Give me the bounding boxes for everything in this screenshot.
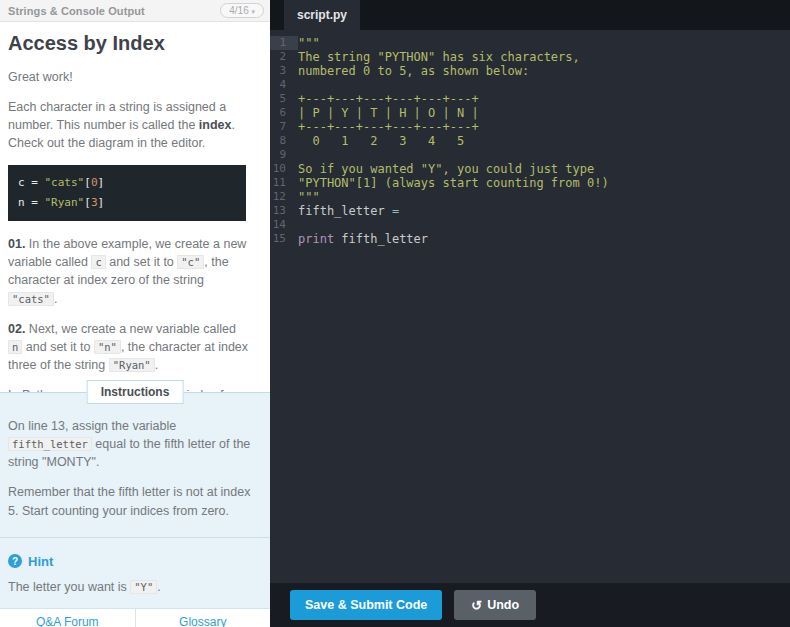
qa-forum-link[interactable]: Q&A Forum: [0, 609, 136, 627]
lesson-paragraph: Great work!: [8, 68, 252, 86]
code-line-text: The string "PYTHON" has six characters,: [298, 50, 580, 64]
chevron-down-icon: ▾: [251, 8, 255, 15]
code-line: 5+---+---+---+---+---+---+: [270, 92, 790, 106]
code-block-line: n = "Ryan"[3]: [18, 193, 236, 213]
tab-script-py[interactable]: script.py: [284, 0, 360, 30]
code-line: 12""": [270, 190, 790, 204]
code-line-text: "PYTHON"[1] (always start counting from …: [298, 176, 609, 190]
code-editor[interactable]: 1"""2The string "PYTHON" has six charact…: [270, 30, 790, 583]
lesson-panel: Strings & Console Output 4/16 ▾ Access b…: [0, 0, 270, 627]
lesson-paragraph: 02. Next, we create a new variable calle…: [8, 320, 252, 374]
line-number: 7: [270, 120, 298, 134]
hint-text: The letter you want is "Y".: [8, 578, 254, 596]
code-line: 11"PYTHON"[1] (always start counting fro…: [270, 176, 790, 190]
code-line-text: numbered 0 to 5, as shown below:: [298, 64, 529, 78]
line-number: 12: [270, 190, 298, 204]
code-line: 1""": [270, 36, 790, 50]
line-number: 11: [270, 176, 298, 190]
line-number: 2: [270, 50, 298, 64]
progress-dropdown[interactable]: 4/16 ▾: [220, 3, 264, 18]
code-line: 2The string "PYTHON" has six characters,: [270, 50, 790, 64]
code-line: 8 0 1 2 3 4 5: [270, 134, 790, 148]
undo-icon: ↺: [471, 599, 482, 612]
code-line: 4: [270, 78, 790, 92]
line-number: 3: [270, 64, 298, 78]
line-number: 8: [270, 134, 298, 148]
code-line: 7+---+---+---+---+---+---+: [270, 120, 790, 134]
line-number: 6: [270, 106, 298, 120]
instructions-section: Instructions On line 13, assign the vari…: [0, 392, 270, 608]
line-number: 14: [270, 218, 298, 232]
editor-panel: script.py 1"""2The string "PYTHON" has s…: [270, 0, 790, 627]
line-number: 9: [270, 148, 298, 162]
line-number: 4: [270, 78, 298, 92]
code-line-text: So if you wanted "Y", you could just typ…: [298, 162, 594, 176]
code-block-line: c = "cats"[0]: [18, 173, 236, 193]
hint-toggle[interactable]: ? Hint: [8, 554, 254, 569]
code-line-text: +---+---+---+---+---+---+: [298, 92, 479, 106]
code-line-text: """: [298, 36, 320, 50]
code-line: 10So if you wanted "Y", you could just t…: [270, 162, 790, 176]
code-line: 9: [270, 148, 790, 162]
lesson-code-block: c = "cats"[0] n = "Ryan"[3]: [8, 165, 246, 222]
editor-bottombar: Save & Submit Code ↺Undo: [270, 583, 790, 627]
code-line-text: print fifth_letter: [298, 232, 428, 246]
instructions-tab-label: Instructions: [87, 380, 184, 404]
lesson-header: Strings & Console Output 4/16 ▾: [0, 0, 270, 22]
code-line-text: fifth_letter =: [298, 204, 399, 218]
code-line: 13fifth_letter =: [270, 204, 790, 218]
instructions-paragraph: On line 13, assign the variable fifth_le…: [8, 417, 254, 471]
editor-tabbar: script.py: [270, 0, 790, 30]
code-line: 3numbered 0 to 5, as shown below:: [270, 64, 790, 78]
code-line-text: 0 1 2 3 4 5: [298, 134, 464, 148]
instructions-paragraph: Remember that the fifth letter is not at…: [8, 483, 254, 519]
code-line-text: """: [298, 190, 320, 204]
save-submit-button[interactable]: Save & Submit Code: [290, 590, 442, 620]
lesson-paragraph: 01. In the above example, we create a ne…: [8, 235, 252, 308]
line-number: 10: [270, 162, 298, 176]
code-line: 6| P | Y | T | H | O | N |: [270, 106, 790, 120]
course-title: Strings & Console Output: [8, 5, 145, 17]
question-mark-icon: ?: [8, 554, 22, 568]
lesson-paragraph: Each character in a string is assigned a…: [8, 98, 252, 152]
code-line: 14: [270, 218, 790, 232]
code-line: 15print fifth_letter: [270, 232, 790, 246]
lesson-content: Access by Index Great work! Each charact…: [0, 22, 270, 392]
line-number: 5: [270, 92, 298, 106]
undo-button[interactable]: ↺Undo: [454, 590, 536, 620]
hint-label: Hint: [28, 554, 53, 569]
lesson-footer: Q&A Forum Glossary: [0, 608, 270, 627]
code-line-text: | P | Y | T | H | O | N |: [298, 106, 479, 120]
line-number: 1: [270, 36, 298, 50]
line-number: 13: [270, 204, 298, 218]
glossary-link[interactable]: Glossary: [136, 609, 271, 627]
hint-divider: [0, 537, 270, 538]
code-line-text: +---+---+---+---+---+---+: [298, 120, 479, 134]
app-window: Strings & Console Output 4/16 ▾ Access b…: [0, 0, 790, 627]
page-title: Access by Index: [8, 32, 252, 55]
line-number: 15: [270, 232, 298, 246]
